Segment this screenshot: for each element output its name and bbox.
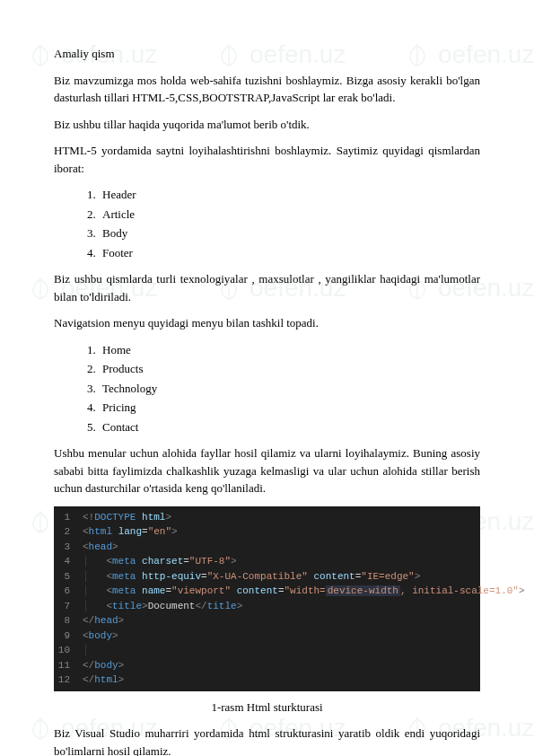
paragraph-7: Biz Visual Studio muharriri yordamida ht… [54, 725, 480, 756]
code-text: │ <title>Document</title> [83, 599, 480, 614]
code-block-html-structure: 1<!DOCTYPE html>2<html lang="en">3<head>… [54, 506, 480, 691]
code-line: 3<head> [54, 540, 480, 555]
code-line: 4│ <meta charset="UTF-8"> [54, 554, 480, 569]
code-text: <head> [83, 540, 480, 555]
code-line: 7│ <title>Document</title> [54, 599, 480, 614]
list-item: Contact [99, 418, 480, 436]
list-item: Products [99, 360, 480, 378]
code-text: │ <meta name="viewport" content="width=d… [83, 584, 525, 599]
code-line: 11</body> [54, 658, 480, 673]
list-item: Pricing [99, 399, 480, 417]
code-line: 6│ <meta name="viewport" content="width=… [54, 584, 480, 599]
code-line: 5│ <meta http-equiv="X-UA-Compatible" co… [54, 569, 480, 585]
code-text: │ [83, 643, 480, 658]
menyu-list: Home Products Technology Pricing Contact [54, 341, 480, 436]
code-text: </html> [83, 672, 480, 688]
code-text: <!DOCTYPE html> [83, 510, 480, 525]
line-number: 9 [54, 629, 83, 644]
code-text: </body> [83, 658, 480, 673]
list-item: Home [99, 341, 480, 359]
code-line: 9<body> [54, 629, 480, 644]
list-item: Header [99, 186, 480, 204]
code-text: │ <meta charset="UTF-8"> [83, 554, 480, 569]
document-content: Amaliy qism Biz mavzumizga mos holda web… [0, 0, 534, 756]
line-number: 3 [54, 540, 83, 555]
figure-caption: 1-rasm Html sturkturasi [54, 699, 480, 716]
line-number: 10 [54, 643, 83, 658]
code-line: 1<!DOCTYPE html> [54, 510, 480, 525]
paragraph-1: Biz mavzumizga mos holda web-sahifa tuzi… [54, 72, 480, 107]
line-number: 1 [54, 510, 83, 525]
list-item: Footer [99, 244, 480, 262]
qismlar-list: Header Article Body Footer [54, 186, 480, 261]
line-number: 8 [54, 613, 83, 629]
code-text: <body> [83, 629, 480, 644]
code-text: <html lang="en"> [83, 524, 480, 540]
list-item: Body [99, 224, 480, 242]
heading: Amaliy qism [54, 45, 480, 63]
line-number: 2 [54, 524, 83, 540]
paragraph-6: Ushbu menular uchun alohida fayllar hosi… [54, 444, 480, 497]
code-line: 8</head> [54, 613, 480, 629]
list-item: Article [99, 206, 480, 224]
code-line: 2<html lang="en"> [54, 524, 480, 540]
paragraph-5: Navigatsion menyu quyidagi menyu bilan t… [54, 314, 480, 332]
line-number: 4 [54, 554, 83, 569]
code-line: 10│ [54, 643, 480, 658]
paragraph-4: Biz ushbu qismlarda turli texnologiyalar… [54, 270, 480, 305]
line-number: 11 [54, 658, 83, 673]
code-text: │ <meta http-equiv="X-UA-Compatible" con… [83, 569, 480, 585]
line-number: 5 [54, 569, 83, 585]
code-text: </head> [83, 613, 480, 629]
paragraph-2: Biz ushbu tillar haqida yuqorida ma'lumo… [54, 116, 480, 134]
line-number: 7 [54, 599, 83, 614]
paragraph-3: HTML-5 yordamida saytni loyihalashtirish… [54, 142, 480, 177]
code-line: 12</html> [54, 672, 480, 688]
list-item: Technology [99, 380, 480, 398]
line-number: 6 [54, 584, 83, 599]
line-number: 12 [54, 672, 83, 688]
